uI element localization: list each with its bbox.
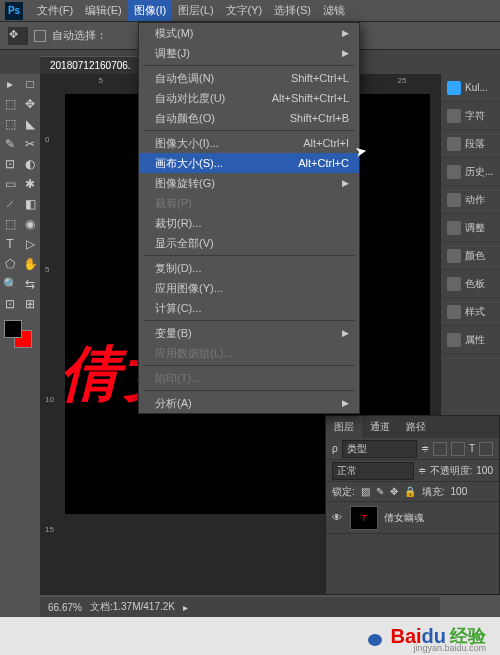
tool-0[interactable]: ▸: [0, 74, 20, 94]
menu-item[interactable]: 变量(B)▶: [139, 323, 359, 343]
panel-tab[interactable]: 历史...: [441, 158, 500, 186]
status-arrow-icon[interactable]: ▸: [183, 602, 188, 613]
paw-icon: [364, 626, 386, 646]
layers-lock-row: 锁定: ▨ ✎ ✥ 🔒 填充: 100: [326, 482, 499, 502]
menu-item[interactable]: 分析(A)▶: [139, 393, 359, 413]
filter-adjust-icon[interactable]: [451, 442, 465, 456]
tool-14[interactable]: ⬚: [0, 214, 20, 234]
menu-0[interactable]: 文件(F): [31, 0, 79, 21]
panel-tab[interactable]: 属性: [441, 326, 500, 354]
opacity-label: 不透明度:: [430, 464, 473, 478]
tool-11[interactable]: ✱: [20, 174, 40, 194]
auto-select-label: 自动选择：: [52, 28, 107, 43]
opacity-value[interactable]: 100: [476, 465, 493, 476]
layers-panel-tabs: 图层通道路径: [326, 416, 499, 438]
menu-4[interactable]: 文字(Y): [220, 0, 269, 21]
ruler-vertical: 051015: [45, 74, 61, 595]
tool-23[interactable]: ⊞: [20, 294, 40, 314]
tool-3[interactable]: ✥: [20, 94, 40, 114]
tool-10[interactable]: ▭: [0, 174, 20, 194]
panel-tab[interactable]: 字符: [441, 102, 500, 130]
menu-item[interactable]: 调整(J)▶: [139, 43, 359, 63]
panel-tab[interactable]: 颜色: [441, 242, 500, 270]
menu-5[interactable]: 选择(S): [268, 0, 317, 21]
lock-position-icon[interactable]: ✥: [390, 486, 398, 497]
tool-1[interactable]: □: [20, 74, 40, 94]
menu-item[interactable]: 应用图像(Y)...: [139, 278, 359, 298]
panel-tab[interactable]: 段落: [441, 130, 500, 158]
color-swatch[interactable]: [4, 320, 32, 348]
zoom-level[interactable]: 66.67%: [48, 602, 82, 613]
layers-tab[interactable]: 路径: [398, 416, 434, 438]
layer-kind-select[interactable]: 类型: [342, 440, 417, 458]
menu-3[interactable]: 图层(L): [172, 0, 219, 21]
tool-21[interactable]: ⇆: [20, 274, 40, 294]
layers-blend-row: 正常 ≑ 不透明度: 100: [326, 460, 499, 482]
menu-item[interactable]: 图像大小(I)...Alt+Ctrl+I: [139, 133, 359, 153]
panel-tab[interactable]: 色板: [441, 270, 500, 298]
panel-tab[interactable]: 调整: [441, 214, 500, 242]
filter-shape-icon[interactable]: [479, 442, 493, 456]
tool-4[interactable]: ⬚: [0, 114, 20, 134]
tool-12[interactable]: ⟋: [0, 194, 20, 214]
image-menu-dropdown: 模式(M)▶调整(J)▶自动色调(N)Shift+Ctrl+L自动对比度(U)A…: [138, 22, 360, 414]
ps-logo-icon: Ps: [5, 2, 23, 20]
tools-panel: ▸□⬚✥⬚◣✎✂⊡◐▭✱⟋◧⬚◉T▷⬠✋🔍⇆⊡⊞: [0, 74, 40, 655]
panel-tab[interactable]: Kul...: [441, 74, 500, 102]
menubar: Ps 文件(F)编辑(E)图像(I)图层(L)文字(Y)选择(S)滤镜: [0, 0, 500, 22]
filter-pixel-icon[interactable]: [433, 442, 447, 456]
tab-title: 20180712160706.: [50, 60, 131, 71]
tool-17[interactable]: ▷: [20, 234, 40, 254]
foreground-color[interactable]: [4, 320, 22, 338]
lock-label: 锁定:: [332, 485, 355, 499]
menu-item[interactable]: 显示全部(V): [139, 233, 359, 253]
layers-tab[interactable]: 通道: [362, 416, 398, 438]
menu-item[interactable]: 计算(C)...: [139, 298, 359, 318]
lock-transparency-icon[interactable]: ▨: [361, 486, 370, 497]
fill-value[interactable]: 100: [451, 486, 468, 497]
document-tab[interactable]: 20180712160706.: [40, 56, 141, 74]
menu-item: 裁剪(P): [139, 193, 359, 213]
auto-select-checkbox[interactable]: [34, 30, 46, 42]
menu-item[interactable]: 复制(D)...: [139, 258, 359, 278]
menu-1[interactable]: 编辑(E): [79, 0, 128, 21]
layers-tab[interactable]: 图层: [326, 416, 362, 438]
tool-19[interactable]: ✋: [20, 254, 40, 274]
menu-2[interactable]: 图像(I): [128, 0, 172, 21]
menu-item[interactable]: 模式(M)▶: [139, 23, 359, 43]
menu-item[interactable]: 裁切(R)...: [139, 213, 359, 233]
right-panel-dock: Kul...字符段落历史...动作调整颜色色板样式属性: [440, 74, 500, 415]
panel-tab[interactable]: 样式: [441, 298, 500, 326]
layer-row[interactable]: 👁 倩女幽魂: [326, 502, 499, 534]
tool-18[interactable]: ⬠: [0, 254, 20, 274]
tool-6[interactable]: ✎: [0, 134, 20, 154]
panel-tab[interactable]: 动作: [441, 186, 500, 214]
menu-item[interactable]: 画布大小(S)...Alt+Ctrl+C: [139, 153, 359, 173]
menu-item[interactable]: 图像旋转(G)▶: [139, 173, 359, 193]
menu-item[interactable]: 自动色调(N)Shift+Ctrl+L: [139, 68, 359, 88]
lock-paint-icon[interactable]: ✎: [376, 486, 384, 497]
tool-22[interactable]: ⊡: [0, 294, 20, 314]
tool-7[interactable]: ✂: [20, 134, 40, 154]
menu-item[interactable]: 自动颜色(O)Shift+Ctrl+B: [139, 108, 359, 128]
tool-16[interactable]: T: [0, 234, 20, 254]
tool-2[interactable]: ⬚: [0, 94, 20, 114]
tool-5[interactable]: ◣: [20, 114, 40, 134]
layer-name[interactable]: 倩女幽魂: [384, 511, 424, 525]
status-bar: 66.67% 文档:1.37M/417.2K ▸: [40, 597, 440, 617]
blend-mode-select[interactable]: 正常: [332, 462, 414, 480]
move-tool-icon[interactable]: ✥: [8, 27, 28, 45]
tool-8[interactable]: ⊡: [0, 154, 20, 174]
menu-6[interactable]: 滤镜: [317, 0, 351, 21]
tool-20[interactable]: 🔍: [0, 274, 20, 294]
visibility-icon[interactable]: 👁: [330, 512, 344, 523]
tool-9[interactable]: ◐: [20, 154, 40, 174]
menu-item[interactable]: 自动对比度(U)Alt+Shift+Ctrl+L: [139, 88, 359, 108]
filter-text-icon[interactable]: T: [469, 443, 475, 454]
menu-item: 陷印(T)...: [139, 368, 359, 388]
lock-all-icon[interactable]: 🔒: [404, 486, 416, 497]
layers-panel: 图层通道路径 ρ 类型 ≑ T 正常 ≑ 不透明度: 100 锁定: ▨ ✎ ✥…: [325, 415, 500, 595]
tool-13[interactable]: ◧: [20, 194, 40, 214]
layer-thumbnail[interactable]: [350, 506, 378, 530]
tool-15[interactable]: ◉: [20, 214, 40, 234]
